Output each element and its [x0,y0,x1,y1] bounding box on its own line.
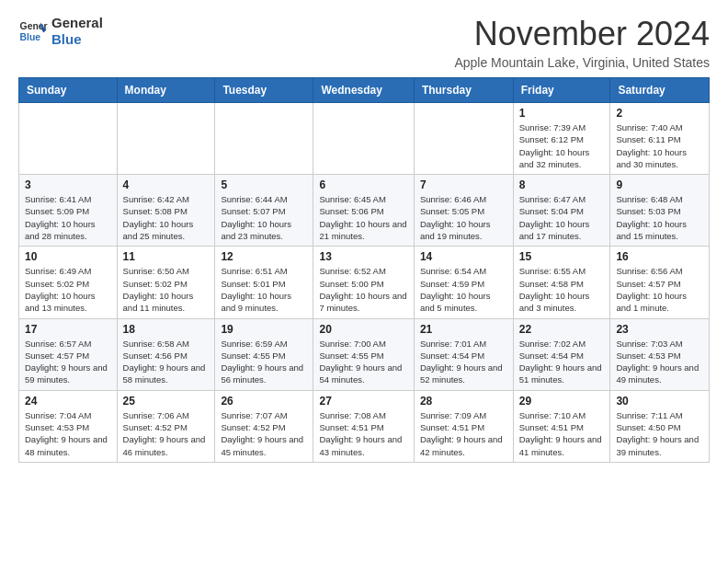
day-info: Sunrise: 6:49 AM Sunset: 5:02 PM Dayligh… [25,265,111,314]
page: General Blue General Blue November 2024 … [0,0,728,481]
day-number: 7 [420,178,507,191]
calendar-cell: 20Sunrise: 7:00 AM Sunset: 4:55 PM Dayli… [313,318,414,390]
day-header-sunday: Sunday [19,78,118,103]
day-number: 17 [25,323,111,336]
day-number: 3 [25,178,111,191]
calendar-cell: 16Sunrise: 6:56 AM Sunset: 4:57 PM Dayli… [610,247,710,318]
calendar-cell [313,103,414,175]
calendar-cell: 3Sunrise: 6:41 AM Sunset: 5:09 PM Daylig… [19,175,118,247]
calendar-cell: 30Sunrise: 7:11 AM Sunset: 4:50 PM Dayli… [610,390,710,462]
calendar-cell: 12Sunrise: 6:51 AM Sunset: 5:01 PM Dayli… [215,247,313,318]
day-info: Sunrise: 7:04 AM Sunset: 4:53 PM Dayligh… [25,409,111,458]
calendar-cell: 1Sunrise: 7:39 AM Sunset: 6:12 PM Daylig… [513,103,610,175]
title-block: November 2024 Apple Mountain Lake, Virgi… [454,15,710,70]
calendar-cell: 17Sunrise: 6:57 AM Sunset: 4:57 PM Dayli… [19,318,118,390]
month-title: November 2024 [454,15,710,53]
day-number: 13 [319,250,407,263]
day-info: Sunrise: 6:55 AM Sunset: 4:58 PM Dayligh… [519,265,605,314]
calendar-cell [414,103,513,175]
day-number: 30 [616,395,703,408]
day-info: Sunrise: 6:44 AM Sunset: 5:07 PM Dayligh… [221,193,307,242]
calendar-cell: 24Sunrise: 7:04 AM Sunset: 4:53 PM Dayli… [19,390,118,462]
day-info: Sunrise: 7:39 AM Sunset: 6:12 PM Dayligh… [519,121,605,170]
calendar-cell: 19Sunrise: 6:59 AM Sunset: 4:55 PM Dayli… [215,318,313,390]
day-number: 27 [319,395,407,408]
day-number: 12 [221,250,307,263]
calendar-cell: 7Sunrise: 6:46 AM Sunset: 5:05 PM Daylig… [414,175,513,247]
calendar-week-4: 17Sunrise: 6:57 AM Sunset: 4:57 PM Dayli… [19,318,710,390]
calendar-cell [215,103,313,175]
calendar-cell [117,103,215,175]
day-number: 25 [123,395,210,408]
calendar-week-3: 10Sunrise: 6:49 AM Sunset: 5:02 PM Dayli… [19,247,710,318]
day-info: Sunrise: 6:59 AM Sunset: 4:55 PM Dayligh… [221,338,307,386]
calendar-cell [19,103,118,175]
day-info: Sunrise: 6:47 AM Sunset: 5:04 PM Dayligh… [519,193,605,242]
calendar-cell: 15Sunrise: 6:55 AM Sunset: 4:58 PM Dayli… [513,247,610,318]
day-info: Sunrise: 6:51 AM Sunset: 5:01 PM Dayligh… [221,265,307,314]
calendar-cell: 18Sunrise: 6:58 AM Sunset: 4:56 PM Dayli… [117,318,215,390]
day-number: 28 [420,395,507,408]
day-info: Sunrise: 6:57 AM Sunset: 4:57 PM Dayligh… [25,338,111,386]
day-number: 18 [123,323,210,336]
calendar-cell: 6Sunrise: 6:45 AM Sunset: 5:06 PM Daylig… [313,175,414,247]
day-number: 19 [221,323,307,336]
day-header-tuesday: Tuesday [215,78,313,103]
calendar-cell: 22Sunrise: 7:02 AM Sunset: 4:54 PM Dayli… [513,318,610,390]
day-number: 6 [319,178,407,191]
day-info: Sunrise: 7:11 AM Sunset: 4:50 PM Dayligh… [616,409,703,458]
day-info: Sunrise: 7:10 AM Sunset: 4:51 PM Dayligh… [519,409,605,458]
calendar-cell: 26Sunrise: 7:07 AM Sunset: 4:52 PM Dayli… [215,390,313,462]
calendar-cell: 11Sunrise: 6:50 AM Sunset: 5:02 PM Dayli… [117,247,215,318]
day-number: 15 [519,250,605,263]
day-number: 20 [319,323,407,336]
logo-text: General Blue [51,15,103,48]
calendar-week-1: 1Sunrise: 7:39 AM Sunset: 6:12 PM Daylig… [19,103,710,175]
day-number: 16 [616,250,703,263]
day-info: Sunrise: 7:40 AM Sunset: 6:11 PM Dayligh… [616,121,703,170]
day-info: Sunrise: 7:01 AM Sunset: 4:54 PM Dayligh… [420,338,507,386]
day-info: Sunrise: 6:50 AM Sunset: 5:02 PM Dayligh… [123,265,210,314]
day-number: 9 [616,178,703,191]
calendar-cell: 27Sunrise: 7:08 AM Sunset: 4:51 PM Dayli… [313,390,414,462]
logo: General Blue General Blue [18,15,103,48]
calendar-cell: 9Sunrise: 6:48 AM Sunset: 5:03 PM Daylig… [610,175,710,247]
svg-text:Blue: Blue [20,32,41,42]
calendar-cell: 4Sunrise: 6:42 AM Sunset: 5:08 PM Daylig… [117,175,215,247]
day-info: Sunrise: 7:08 AM Sunset: 4:51 PM Dayligh… [319,409,407,458]
location: Apple Mountain Lake, Virginia, United St… [454,55,710,70]
day-number: 22 [519,323,605,336]
day-number: 21 [420,323,507,336]
calendar-cell: 29Sunrise: 7:10 AM Sunset: 4:51 PM Dayli… [513,390,610,462]
calendar-cell: 28Sunrise: 7:09 AM Sunset: 4:51 PM Dayli… [414,390,513,462]
day-info: Sunrise: 7:03 AM Sunset: 4:53 PM Dayligh… [616,338,703,386]
day-number: 10 [25,250,111,263]
day-header-monday: Monday [117,78,215,103]
calendar-cell: 23Sunrise: 7:03 AM Sunset: 4:53 PM Dayli… [610,318,710,390]
day-number: 1 [519,107,605,120]
day-number: 8 [519,178,605,191]
day-info: Sunrise: 6:42 AM Sunset: 5:08 PM Dayligh… [123,193,210,242]
day-header-saturday: Saturday [610,78,710,103]
calendar-cell: 5Sunrise: 6:44 AM Sunset: 5:07 PM Daylig… [215,175,313,247]
day-number: 24 [25,395,111,408]
calendar-cell: 8Sunrise: 6:47 AM Sunset: 5:04 PM Daylig… [513,175,610,247]
day-header-thursday: Thursday [414,78,513,103]
calendar-cell: 10Sunrise: 6:49 AM Sunset: 5:02 PM Dayli… [19,247,118,318]
calendar-cell: 2Sunrise: 7:40 AM Sunset: 6:11 PM Daylig… [610,103,710,175]
calendar-header-row: SundayMondayTuesdayWednesdayThursdayFrid… [19,78,710,103]
calendar-cell: 14Sunrise: 6:54 AM Sunset: 4:59 PM Dayli… [414,247,513,318]
day-number: 11 [123,250,210,263]
day-info: Sunrise: 7:07 AM Sunset: 4:52 PM Dayligh… [221,409,307,458]
calendar-cell: 25Sunrise: 7:06 AM Sunset: 4:52 PM Dayli… [117,390,215,462]
day-number: 4 [123,178,210,191]
day-header-wednesday: Wednesday [313,78,414,103]
day-info: Sunrise: 6:58 AM Sunset: 4:56 PM Dayligh… [123,338,210,386]
calendar-week-5: 24Sunrise: 7:04 AM Sunset: 4:53 PM Dayli… [19,390,710,462]
day-info: Sunrise: 7:00 AM Sunset: 4:55 PM Dayligh… [319,338,407,386]
calendar: SundayMondayTuesdayWednesdayThursdayFrid… [18,77,710,463]
day-info: Sunrise: 6:48 AM Sunset: 5:03 PM Dayligh… [616,193,703,242]
day-info: Sunrise: 7:06 AM Sunset: 4:52 PM Dayligh… [123,409,210,458]
calendar-cell: 13Sunrise: 6:52 AM Sunset: 5:00 PM Dayli… [313,247,414,318]
day-number: 29 [519,395,605,408]
